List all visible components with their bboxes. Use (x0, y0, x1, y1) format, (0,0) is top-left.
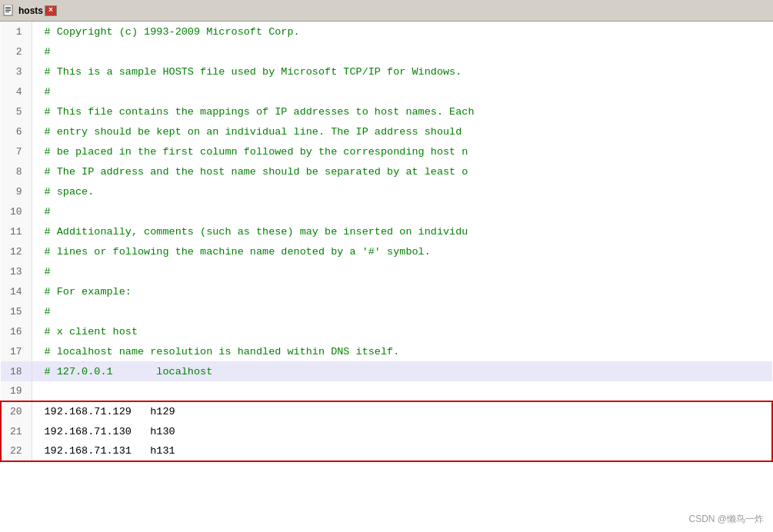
line-number: 6 (1, 121, 32, 141)
line-number: 2 (1, 42, 32, 62)
line-content: # x client host (32, 321, 772, 341)
line-number: 11 (1, 221, 32, 241)
table-row: 4# (1, 81, 772, 101)
line-content: # lines or following the machine name de… (32, 241, 772, 261)
line-number: 3 (1, 62, 32, 81)
line-number: 9 (1, 181, 32, 201)
line-number: 1 (1, 22, 32, 42)
line-content: # (32, 81, 772, 101)
table-row: 19 (1, 381, 772, 401)
watermark: CSDN @懒鸟一炸 (688, 513, 764, 526)
line-content: # Additionally, comments (such as these)… (32, 221, 772, 241)
table-row: 22192.168.71.131 h131 (1, 441, 772, 461)
line-content: # Copyright (c) 1993-2009 Microsoft Corp… (32, 22, 772, 42)
line-number: 4 (1, 81, 32, 101)
line-number: 12 (1, 241, 32, 261)
line-number: 13 (1, 261, 32, 281)
line-number: 7 (1, 141, 32, 161)
code-editor[interactable]: 1# Copyright (c) 1993-2009 Microsoft Cor… (0, 22, 773, 532)
window: hosts × 1# Copyright (c) 1993-2009 Micro… (0, 0, 773, 532)
table-row: 8# The IP address and the host name shou… (1, 161, 772, 181)
line-content: # space. (32, 181, 772, 201)
line-number: 20 (1, 401, 32, 421)
line-number: 22 (1, 441, 32, 461)
window-title: hosts (18, 5, 43, 16)
line-content: # This is a sample HOSTS file used by Mi… (32, 62, 772, 81)
line-content: 192.168.71.130 h130 (32, 421, 772, 441)
app-icon (3, 5, 15, 17)
line-content: # (32, 201, 772, 221)
close-button[interactable]: × (45, 5, 57, 16)
line-content: # be placed in the first column followed… (32, 141, 772, 161)
line-number: 21 (1, 421, 32, 441)
line-number: 15 (1, 301, 32, 321)
line-content: # This file contains the mappings of IP … (32, 101, 772, 121)
line-content: 192.168.71.129 h129 (32, 401, 772, 421)
table-row: 5# This file contains the mappings of IP… (1, 101, 772, 121)
line-content: # (32, 261, 772, 281)
line-content: # 127.0.0.1 localhost (32, 361, 772, 381)
line-content: # entry should be kept on an individual … (32, 121, 772, 141)
line-number: 19 (1, 381, 32, 401)
line-number: 14 (1, 281, 32, 301)
table-row: 15# (1, 301, 772, 321)
table-row: 2# (1, 42, 772, 62)
line-number: 10 (1, 201, 32, 221)
table-row: 14# For example: (1, 281, 772, 301)
table-row: 21192.168.71.130 h130 (1, 421, 772, 441)
table-row: 6# entry should be kept on an individual… (1, 121, 772, 141)
table-row: 11# Additionally, comments (such as thes… (1, 221, 772, 241)
table-row: 1# Copyright (c) 1993-2009 Microsoft Cor… (1, 22, 772, 42)
line-content: # The IP address and the host name shoul… (32, 161, 772, 181)
svg-rect-4 (5, 12, 9, 12)
line-content: # localhost name resolution is handled w… (32, 341, 772, 361)
line-content: 192.168.71.131 h131 (32, 441, 772, 461)
svg-rect-2 (5, 8, 11, 9)
line-number: 8 (1, 161, 32, 181)
table-row: 9# space. (1, 181, 772, 201)
table-row: 10# (1, 201, 772, 221)
svg-rect-1 (5, 7, 11, 8)
table-row: 12# lines or following the machine name … (1, 241, 772, 261)
content-area: 1# Copyright (c) 1993-2009 Microsoft Cor… (0, 22, 773, 532)
table-row: 18# 127.0.0.1 localhost (1, 361, 772, 381)
table-row: 7# be placed in the first column followe… (1, 141, 772, 161)
line-number: 18 (1, 361, 32, 381)
line-number: 16 (1, 321, 32, 341)
table-row: 16# x client host (1, 321, 772, 341)
line-content: # (32, 42, 772, 62)
line-number: 17 (1, 341, 32, 361)
line-content: # (32, 301, 772, 321)
table-row: 3# This is a sample HOSTS file used by M… (1, 62, 772, 81)
line-number: 5 (1, 101, 32, 121)
table-row: 17# localhost name resolution is handled… (1, 341, 772, 361)
table-row: 20192.168.71.129 h129 (1, 401, 772, 421)
title-bar: hosts × (0, 0, 773, 22)
code-table: 1# Copyright (c) 1993-2009 Microsoft Cor… (0, 22, 773, 462)
line-content: # For example: (32, 281, 772, 301)
svg-rect-3 (5, 10, 11, 11)
table-row: 13# (1, 261, 772, 281)
line-content (32, 381, 772, 401)
